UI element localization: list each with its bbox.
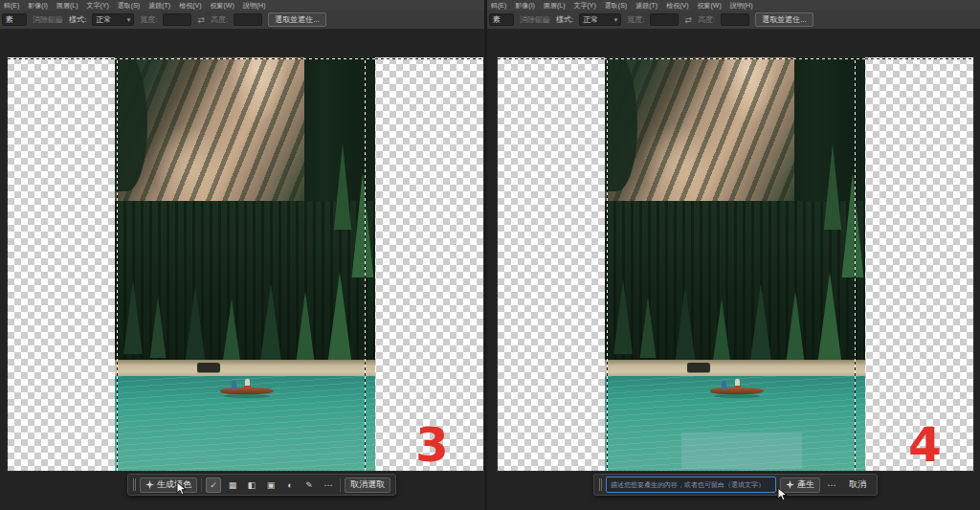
tool-options-bar: 素 消除鋸齒 樣式: 正常 ▾ 寬度: ⇄ 高度: 選取並遮住... (0, 11, 484, 30)
width-input[interactable] (163, 13, 191, 26)
menu-item[interactable]: 文字(Y) (87, 1, 109, 11)
menu-item[interactable]: 選取(S) (118, 1, 140, 11)
mask-selection-icon[interactable]: ◐ (282, 477, 298, 493)
fill-selection-icon[interactable]: ▣ (263, 477, 278, 493)
comparison-stage: 輯(E) 影像(I) 圖層(L) 文字(Y) 選取(S) 濾鏡(T) 檢視(V)… (0, 0, 980, 510)
chevron-down-icon: ▾ (127, 14, 131, 26)
height-input[interactable] (721, 13, 749, 26)
document-canvas[interactable] (498, 57, 973, 471)
divider (340, 478, 341, 492)
more-options-icon[interactable]: ⋯ (824, 477, 839, 493)
style-label: 樣式: (556, 14, 573, 25)
paddler-blue (722, 381, 726, 389)
menu-item[interactable]: 選取(S) (605, 1, 627, 11)
taskbar-grip-handle[interactable] (599, 478, 602, 491)
select-and-mask-button[interactable]: 選取並遮住... (268, 12, 326, 27)
add-selection-icon[interactable]: ▦ (225, 477, 240, 493)
menu-item[interactable]: 檢視(V) (666, 1, 688, 11)
deselect-label: 取消選取 (350, 478, 385, 491)
generate-label: 產生 (797, 478, 814, 491)
mouse-cursor-icon (176, 481, 187, 496)
selection-marching-ants-right (855, 57, 856, 471)
shore-boat (197, 363, 220, 372)
menu-item[interactable]: 檢視(V) (179, 1, 201, 11)
selection-marching-ants-left (117, 57, 118, 471)
height-label: 高度: (698, 14, 715, 25)
style-dropdown[interactable]: 正常 ▾ (579, 13, 621, 26)
divider (201, 478, 202, 492)
menu-item[interactable]: 說明(H) (243, 1, 266, 11)
paddler-blue (232, 381, 236, 389)
style-dropdown[interactable]: 正常 ▾ (92, 13, 134, 26)
shore-boat (687, 363, 710, 372)
selection-marching-ants-left (607, 57, 608, 471)
cancel-label: 取消 (849, 478, 866, 491)
contextual-task-bar: 生成填色 ✓ ▦ ◧ ▣ ◐ ✎ ⋯ 取消選取 (127, 474, 396, 496)
menu-item[interactable]: 濾鏡(T) (635, 1, 657, 11)
step-number-label: 4 (908, 421, 942, 469)
refine-edge-icon[interactable]: ✎ (301, 477, 317, 493)
document-canvas[interactable] (8, 57, 483, 471)
modify-selection-brush-icon[interactable]: ✓ (206, 477, 221, 493)
width-input[interactable] (650, 13, 679, 26)
feather-input[interactable]: 素 (489, 13, 514, 26)
select-and-mask-button[interactable]: 選取並遮住... (755, 12, 813, 27)
link-dimensions-icon[interactable]: ⇄ (684, 15, 692, 25)
taskbar-grip-handle[interactable] (133, 478, 136, 491)
menu-item[interactable]: 濾鏡(T) (148, 1, 170, 11)
chevron-down-icon: ▾ (614, 14, 618, 26)
paddler-red-vest (734, 386, 741, 389)
mouse-cursor-icon (777, 487, 788, 501)
tool-options-bar: 素 消除鋸齒 樣式: 正常 ▾ 寬度: ⇄ 高度: 選取並遮住... (487, 11, 980, 30)
width-label: 寬度: (140, 14, 157, 25)
photo-beach (605, 360, 865, 377)
menu-bar: 輯(E) 影像(I) 圖層(L) 文字(Y) 選取(S) 濾鏡(T) 檢視(V)… (487, 0, 980, 11)
highlight-region (681, 432, 802, 469)
lake-photo (115, 57, 375, 471)
menu-item[interactable]: 視窗(W) (698, 1, 722, 11)
selection-marching-ants-top (8, 58, 483, 59)
canoe-reflection (224, 394, 270, 398)
step-number-label: 3 (415, 421, 449, 469)
menu-item[interactable]: 影像(I) (28, 1, 48, 11)
screenshot-panel-step3: 輯(E) 影像(I) 圖層(L) 文字(Y) 選取(S) 濾鏡(T) 檢視(V)… (0, 0, 484, 510)
link-dimensions-icon[interactable]: ⇄ (197, 15, 205, 25)
generative-fill-button[interactable]: 生成填色 (140, 477, 197, 493)
cancel-button[interactable]: 取消 (843, 477, 872, 493)
selection-marching-ants-right (365, 57, 366, 471)
canoe-reflection (714, 394, 760, 398)
menu-item[interactable]: 影像(I) (515, 1, 535, 11)
menu-item[interactable]: 說明(H) (730, 1, 753, 11)
menu-item[interactable]: 輯(E) (491, 1, 506, 11)
lake-photo (605, 57, 865, 471)
menu-item[interactable]: 圖層(L) (56, 1, 78, 11)
generative-prompt-input[interactable] (606, 477, 776, 493)
paddler-red-vest (244, 386, 251, 389)
sparkle-icon (145, 480, 154, 489)
style-label: 樣式: (69, 14, 86, 25)
red-canoe (220, 379, 274, 396)
width-label: 寬度: (627, 14, 644, 25)
red-canoe (710, 379, 764, 396)
photo-beach (115, 360, 375, 377)
menu-item[interactable]: 文字(Y) (574, 1, 596, 11)
transform-selection-icon[interactable]: ◧ (244, 477, 259, 493)
menu-item[interactable]: 視窗(W) (211, 1, 234, 11)
selection-marching-ants-top (498, 58, 973, 59)
style-value: 正常 (583, 14, 598, 26)
menu-bar: 輯(E) 影像(I) 圖層(L) 文字(Y) 選取(S) 濾鏡(T) 檢視(V)… (0, 0, 484, 11)
anti-alias-label: 消除鋸齒 (520, 14, 550, 25)
height-label: 高度: (211, 14, 228, 25)
screenshot-panel-step4: 輯(E) 影像(I) 圖層(L) 文字(Y) 選取(S) 濾鏡(T) 檢視(V)… (487, 0, 980, 510)
height-input[interactable] (234, 13, 262, 26)
menu-item[interactable]: 圖層(L) (544, 1, 566, 11)
menu-item[interactable]: 輯(E) (4, 1, 19, 11)
style-value: 正常 (96, 14, 111, 26)
anti-alias-label: 消除鋸齒 (33, 14, 63, 25)
contextual-task-bar: 產生 ⋯ 取消 (593, 474, 878, 496)
deselect-button[interactable]: 取消選取 (345, 477, 390, 493)
more-options-icon[interactable]: ⋯ (321, 477, 336, 493)
feather-input[interactable]: 素 (2, 13, 27, 26)
